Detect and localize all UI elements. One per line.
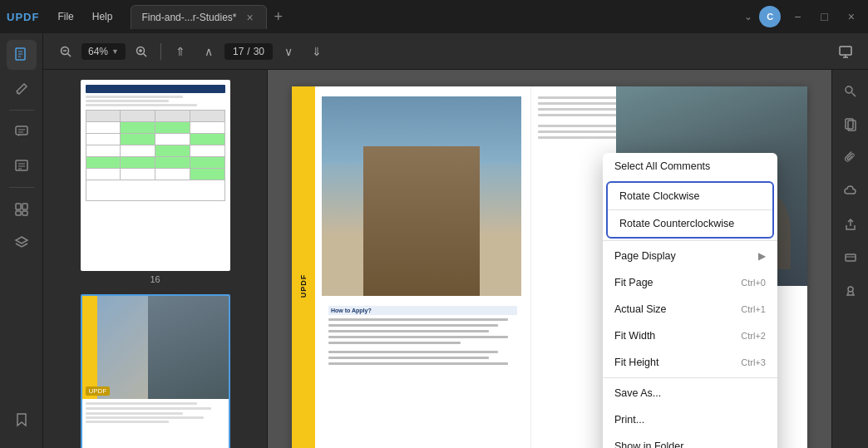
menu-bar: File Help [49, 7, 121, 26]
thumb-text-16 [86, 96, 225, 106]
thumb-yellow-bar [82, 296, 97, 399]
menu-item-print-label: Print... [614, 414, 766, 426]
menu-item-rotate-counterclockwise[interactable]: Rotate Counterclockwise [608, 210, 772, 237]
svg-rect-5 [16, 126, 27, 135]
sidebar-right-pages[interactable] [836, 110, 866, 140]
menu-item-actual-size-label: Actual Size [614, 303, 731, 315]
sidebar-right-attach[interactable] [836, 143, 866, 173]
sidebar-right-stamp[interactable] [836, 276, 866, 306]
menu-item-save-as-label: Save As... [614, 387, 766, 399]
titlebar-controls: ⌄ C − □ × [744, 6, 861, 27]
actual-size-shortcut: Ctrl+1 [741, 304, 766, 314]
sidebar-right-share[interactable] [836, 209, 866, 239]
main-layout: 64% ▼ ⇑ ∧ 17 / 30 ∨ ⇓ [0, 33, 868, 448]
fit-bottom-button[interactable]: ⇓ [304, 39, 329, 64]
rotate-menu-group: Rotate Clockwise Rotate Counterclockwise [606, 181, 774, 239]
fit-top-button[interactable]: ⇑ [168, 39, 193, 64]
doc-yellow-sidebar: UPDF [292, 86, 315, 448]
menu-item-rotate-clockwise[interactable]: Rotate Clockwise [608, 183, 772, 210]
sidebar-icon-bookmark[interactable] [7, 405, 37, 435]
toolbar-separator-1 [160, 43, 161, 60]
menu-item-fit-height[interactable]: Fit Height Ctrl+3 [603, 349, 777, 376]
chevron-down-icon[interactable]: ⌄ [744, 11, 752, 22]
sidebar-icon-layers[interactable] [7, 228, 37, 258]
zoom-in-button[interactable] [129, 39, 154, 64]
doc-building-image [322, 96, 521, 296]
svg-rect-12 [16, 204, 21, 209]
thumbnail-panel: 16 UPDF [43, 70, 268, 448]
menu-item-fit-width[interactable]: Fit Width Ctrl+2 [603, 322, 777, 349]
sidebar-right-redact[interactable] [836, 243, 866, 273]
help-menu[interactable]: Help [84, 7, 121, 26]
sidebar-bottom [7, 405, 37, 441]
sidebar-icon-form[interactable] [7, 150, 37, 180]
thumb-header-16 [86, 85, 225, 93]
doc-view[interactable]: UPDF How to Apply? [268, 70, 831, 448]
page-down-button[interactable]: ∨ [276, 39, 301, 64]
menu-item-show-in-folder[interactable]: Show in Folder [603, 433, 777, 448]
sidebar-icon-edit[interactable] [7, 73, 37, 103]
context-menu: Select All Comments Rotate Clockwise Rot… [603, 153, 777, 448]
tab-active[interactable]: Find-and-...r-Studies* × [131, 5, 267, 29]
menu-item-actual-size[interactable]: Actual Size Ctrl+1 [603, 296, 777, 322]
tab-close-button[interactable]: × [243, 11, 256, 24]
sidebar-right-cloud[interactable] [836, 176, 866, 206]
menu-item-fit-width-label: Fit Width [614, 330, 731, 342]
menu-item-rotate-counterclockwise-label: Rotate Counterclockwise [619, 218, 761, 229]
thumb-content-16 [82, 81, 229, 269]
thumbnail-page-16[interactable]: 16 [53, 80, 257, 284]
zoom-display[interactable]: 64% ▼ [81, 43, 126, 60]
menu-item-select-all-comments[interactable]: Select All Comments [603, 153, 777, 180]
menu-item-page-display[interactable]: Page Display ▶ [603, 243, 777, 269]
sidebar-right [831, 70, 868, 448]
menu-item-print[interactable]: Print... [603, 406, 777, 433]
menu-separator-1 [603, 240, 777, 241]
presentation-button[interactable] [833, 39, 858, 64]
sidebar-icon-comment[interactable] [7, 117, 37, 147]
menu-item-page-display-label: Page Display [614, 250, 758, 262]
svg-line-20 [143, 53, 146, 57]
thumb-table-16 [86, 110, 225, 201]
thumbnail-img-16 [81, 80, 230, 271]
svg-rect-14 [16, 211, 21, 215]
doc-text-section: How to Apply? [322, 303, 524, 370]
sidebar-icon-organize[interactable] [7, 194, 37, 224]
svg-rect-23 [840, 47, 851, 55]
fit-height-shortcut: Ctrl+3 [741, 357, 766, 367]
sidebar-right-search[interactable] [836, 76, 866, 106]
maximize-button[interactable]: □ [814, 10, 834, 23]
svg-line-17 [68, 53, 72, 57]
menu-item-fit-page[interactable]: Fit Page Ctrl+0 [603, 269, 777, 296]
sidebar-divider-1 [9, 110, 34, 111]
zoom-out-button[interactable] [53, 39, 78, 64]
file-menu[interactable]: File [49, 7, 81, 26]
menu-separator-2 [603, 377, 777, 378]
thumbnail-page-17[interactable]: UPDF 17 [53, 294, 257, 448]
toolbar: 64% ▼ ⇑ ∧ 17 / 30 ∨ ⇓ [43, 33, 868, 70]
fit-page-shortcut: Ctrl+0 [741, 278, 766, 288]
doc-section-title: How to Apply? [328, 306, 517, 315]
sidebar-left [0, 33, 43, 448]
page-up-button[interactable]: ∧ [196, 39, 221, 64]
svg-point-26 [846, 86, 852, 93]
avatar[interactable]: C [759, 6, 781, 27]
thumb-photo-overlay [148, 296, 229, 399]
current-page: 17 [233, 46, 244, 57]
menu-item-save-as[interactable]: Save As... [603, 380, 777, 406]
new-tab-button[interactable]: + [267, 8, 289, 26]
thumb-page-badge: UPDF [86, 386, 111, 396]
tab-title: Find-and-...r-Studies* [141, 12, 236, 23]
close-button[interactable]: × [841, 10, 861, 23]
menu-item-show-in-folder-label: Show in Folder [614, 441, 766, 448]
doc-sidebar-text: UPDF [299, 274, 308, 298]
thumbnail-img-17: UPDF [81, 294, 230, 448]
thumb-lower-content [82, 399, 229, 428]
menu-item-select-all-comments-label: Select All Comments [614, 160, 766, 172]
minimize-button[interactable]: − [787, 10, 807, 23]
view-area: 16 UPDF [43, 70, 868, 448]
content-area: 64% ▼ ⇑ ∧ 17 / 30 ∨ ⇓ [43, 33, 868, 448]
sidebar-icon-document[interactable] [7, 40, 37, 70]
doc-left-col: How to Apply? [315, 86, 531, 448]
thumbnail-label-16: 16 [150, 274, 160, 284]
page-display-arrow-icon: ▶ [758, 250, 766, 262]
